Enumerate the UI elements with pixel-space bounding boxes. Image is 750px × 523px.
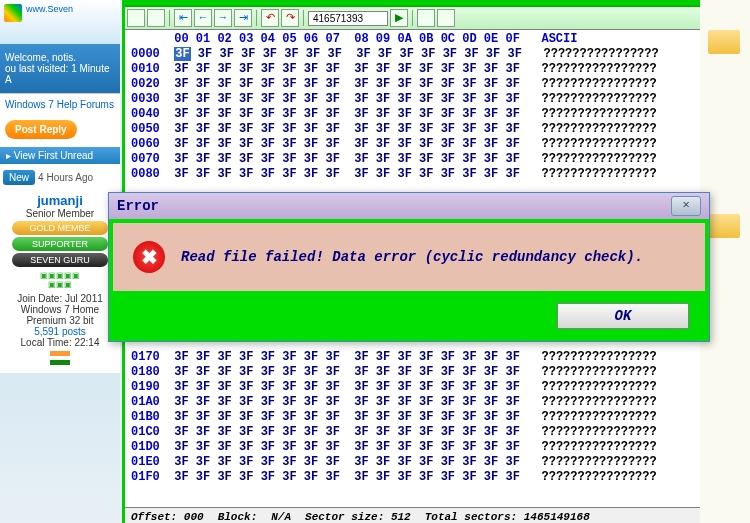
hours-ago: 4 Hours Ago	[38, 172, 93, 183]
join-date: Join Date: Jul 2011	[5, 293, 115, 304]
user-rank: Senior Member	[5, 208, 115, 219]
sector-size-label: Sector size:	[305, 511, 384, 523]
last-visited: ou last visited: 1 Minute A	[5, 63, 115, 85]
india-flag-icon	[50, 351, 70, 365]
welcome-box: Welcome, notis. ou last visited: 1 Minut…	[0, 44, 120, 93]
offset-value: 000	[184, 511, 204, 523]
username-link[interactable]: jumanji	[5, 193, 115, 208]
folder-icon[interactable]	[708, 30, 740, 54]
go-button[interactable]: ▶	[390, 9, 408, 27]
browser-bar: www.Seven	[0, 0, 120, 44]
rep-icons: ▣▣▣▣▣▣▣▣	[9, 271, 111, 289]
block-label: Block:	[218, 511, 258, 523]
os-line1: Windows 7 Home	[5, 304, 115, 315]
nav-last-button[interactable]: ⇥	[234, 9, 252, 27]
forum-sidebar: www.Seven Welcome, notis. ou last visite…	[0, 0, 120, 523]
welcome-text: Welcome, notis.	[5, 52, 115, 63]
block-value: N/A	[271, 511, 291, 523]
toolbar-button[interactable]	[127, 9, 145, 27]
sector-input[interactable]	[308, 11, 388, 26]
new-badge: New	[3, 170, 35, 185]
undo-button[interactable]: ↶	[261, 9, 279, 27]
seven-guru-badge: SEVEN GURU	[12, 253, 108, 267]
error-message: Read file failed! Data error (cyclic red…	[181, 249, 643, 265]
toolbar-button[interactable]	[147, 9, 165, 27]
total-sectors-value: 1465149168	[524, 511, 590, 523]
error-dialog: Error ✕ ✖ Read file failed! Data error (…	[108, 192, 710, 342]
post-reply-button[interactable]: Post Reply	[5, 120, 77, 139]
hex-toolbar: ⇤ ← → ⇥ ↶ ↷ ▶	[125, 7, 700, 30]
total-sectors-label: Total sectors:	[425, 511, 517, 523]
hex-statusbar: Offset: 000 Block: N/A Sector size: 512 …	[125, 507, 700, 523]
user-profile: jumanji Senior Member GOLD MEMBE SUPPORT…	[0, 188, 120, 373]
nav-first-button[interactable]: ⇤	[174, 9, 192, 27]
offset-label: Offset:	[131, 511, 177, 523]
supporter-badge: SUPPORTER	[12, 237, 108, 251]
close-button[interactable]: ✕	[671, 196, 701, 216]
toolbar-button[interactable]	[437, 9, 455, 27]
nav-prev-button[interactable]: ←	[194, 9, 212, 27]
sector-size-value: 512	[391, 511, 411, 523]
redo-button[interactable]: ↷	[281, 9, 299, 27]
view-first-unread-button[interactable]: ▸ View First Unread	[0, 147, 120, 164]
folder-icon[interactable]	[708, 214, 740, 238]
error-title-text: Error	[117, 198, 159, 214]
site-url: www.Seven	[26, 4, 73, 14]
toolbar-button[interactable]	[417, 9, 435, 27]
error-titlebar[interactable]: Error ✕	[109, 193, 709, 219]
local-time: Local Time: 22:14	[5, 337, 115, 348]
ok-button[interactable]: OK	[557, 303, 689, 329]
os-line2: Premium 32 bit	[5, 315, 115, 326]
post-count-link[interactable]: 5,591 posts	[5, 326, 115, 337]
gold-member-badge: GOLD MEMBE	[12, 221, 108, 235]
nav-next-button[interactable]: →	[214, 9, 232, 27]
windows-logo-icon	[4, 4, 22, 22]
help-forums-link[interactable]: Windows 7 Help Forums	[0, 94, 120, 115]
error-icon: ✖	[133, 241, 165, 273]
